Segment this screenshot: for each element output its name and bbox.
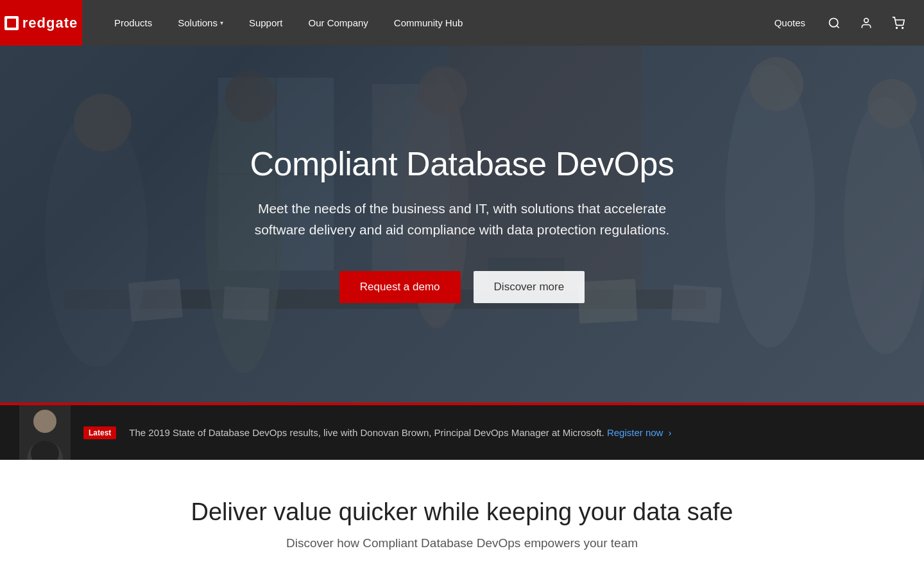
hero-section: Compliant Database DevOps Meet the needs… — [0, 46, 924, 403]
svg-line-1 — [837, 25, 839, 28]
logo[interactable]: redgate — [0, 0, 82, 46]
user-button[interactable] — [853, 10, 879, 36]
hero-buttons: Request a demo Discover more — [250, 271, 674, 303]
request-demo-button[interactable]: Request a demo — [339, 271, 461, 303]
arrow-icon: › — [669, 427, 672, 438]
section-main-subtitle: Discover how Compliant Database DevOps e… — [51, 536, 873, 550]
hero-content: Compliant Database DevOps Meet the needs… — [122, 145, 803, 304]
register-now-link[interactable]: Register now › — [607, 427, 672, 438]
logo-icon — [4, 16, 19, 30]
svg-point-29 — [33, 410, 56, 433]
main-nav: Products Solutions ▾ Support Our Company… — [101, 0, 765, 46]
nav-solutions[interactable]: Solutions ▾ — [165, 0, 236, 46]
announcement-banner: Latest The 2019 State of Database DevOps… — [0, 405, 924, 460]
quotes-link[interactable]: Quotes — [765, 0, 815, 46]
hero-title: Compliant Database DevOps — [250, 145, 674, 184]
nav-products[interactable]: Products — [101, 0, 165, 46]
hero-subtitle: Meet the needs of the business and IT, w… — [250, 198, 674, 240]
nav-community-hub[interactable]: Community Hub — [381, 0, 476, 46]
cart-button[interactable] — [886, 10, 911, 36]
site-header: redgate Products Solutions ▾ Support Our… — [0, 0, 924, 46]
svg-point-0 — [830, 18, 838, 26]
svg-point-3 — [896, 27, 898, 28]
latest-badge: Latest — [83, 426, 116, 439]
nav-support[interactable]: Support — [236, 0, 296, 46]
section-main-title: Deliver value quicker while keeping your… — [51, 498, 873, 526]
discover-more-button[interactable]: Discover more — [474, 271, 585, 303]
speaker-avatar — [19, 405, 71, 460]
search-button[interactable] — [821, 10, 847, 36]
main-content: Deliver value quicker while keeping your… — [0, 460, 924, 578]
banner-text: The 2019 State of Database DevOps result… — [129, 427, 905, 438]
svg-point-2 — [864, 18, 869, 22]
svg-point-4 — [902, 27, 903, 28]
nav-our-company[interactable]: Our Company — [295, 0, 381, 46]
header-actions: Quotes — [765, 0, 911, 46]
chevron-down-icon: ▾ — [220, 19, 223, 26]
